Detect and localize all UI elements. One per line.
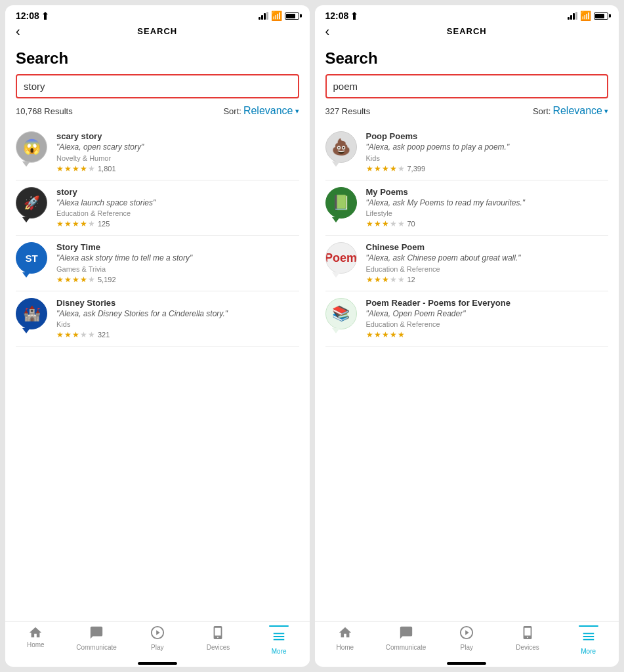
- right-skill-rating-4: ★ ★ ★ ★ ★: [366, 330, 609, 339]
- right-nav-active-line: [579, 625, 598, 627]
- left-nav-active-line: [269, 625, 289, 627]
- right-nav-home[interactable]: Home: [315, 625, 376, 655]
- left-sort-label: Sort:: [223, 106, 241, 116]
- right-home-indicator: [315, 663, 619, 667]
- right-sort-chevron-icon: ▾: [604, 107, 608, 116]
- right-skill-item-3[interactable]: Poem Chinese Poem "Alexa, ask Chinese po…: [325, 236, 609, 291]
- left-back-button[interactable]: ‹: [16, 24, 20, 39]
- right-skill-icon-2: 📗: [325, 187, 360, 219]
- right-skill-stars-1: ★ ★ ★ ★ ★: [366, 164, 405, 173]
- left-nav-communicate-label: Communicate: [76, 644, 117, 651]
- left-skill-count-2: 125: [98, 220, 110, 228]
- left-skill-count-3: 5,192: [98, 276, 116, 284]
- right-skill-count-1: 7,399: [407, 165, 426, 173]
- right-location-icon: [351, 12, 358, 20]
- left-nav-title: SEARCH: [137, 26, 177, 36]
- right-skill-tagline-1: "Alexa, ask poop poems to play a poem.": [366, 142, 609, 153]
- right-communicate-icon: [399, 625, 413, 642]
- right-skill-category-2: Lifestyle: [366, 209, 609, 217]
- right-skill-item-2[interactable]: 📗 My Poems "Alexa, ask My Poems to read …: [325, 180, 609, 236]
- left-skill-item-2[interactable]: 🚀 story "Alexa launch space stories" Edu…: [16, 180, 299, 236]
- right-home-icon: [338, 625, 352, 642]
- left-skill-stars-2: ★ ★ ★ ★ ★: [56, 219, 95, 228]
- left-skill-rating-3: ★ ★ ★ ★ ★ 5,192: [56, 275, 299, 284]
- right-skill-name-4: Poem Reader - Poems for Everyone: [366, 298, 609, 308]
- left-nav-communicate[interactable]: Communicate: [66, 625, 127, 655]
- left-page-title: Search: [16, 49, 299, 68]
- left-nav-devices-label: Devices: [207, 644, 230, 651]
- right-page-title: Search: [325, 49, 609, 68]
- right-skill-icon-1: 💩: [325, 131, 360, 163]
- right-status-time: 12:08: [325, 10, 349, 21]
- left-skill-stars-3: ★ ★ ★ ★ ★: [56, 275, 95, 284]
- right-skill-tagline-4: "Alexa, Open Poem Reader": [366, 309, 609, 320]
- right-search-input[interactable]: poem: [333, 81, 601, 92]
- right-skill-details-1: Poop Poems "Alexa, ask poop poems to pla…: [366, 131, 609, 173]
- right-main-content: Search poem 327 Results Sort: Relevance …: [315, 41, 619, 621]
- left-nav-devices[interactable]: Devices: [188, 625, 249, 655]
- left-bottom-nav: Home Communicate Play Devices: [5, 621, 310, 663]
- right-sort-value[interactable]: Relevance: [552, 105, 602, 117]
- right-nav-title: SEARCH: [447, 26, 487, 36]
- right-search-box[interactable]: poem: [325, 74, 609, 98]
- left-skill-details-2: story "Alexa launch space stories" Educa…: [56, 187, 299, 229]
- right-skill-item-4[interactable]: 📚 Poem Reader - Poems for Everyone "Alex…: [325, 291, 609, 347]
- location-icon: [42, 12, 49, 20]
- left-sort-control[interactable]: Sort: Relevance ▾: [223, 105, 299, 117]
- left-skill-category-4: Kids: [56, 320, 299, 328]
- right-sort-control[interactable]: Sort: Relevance ▾: [533, 105, 608, 117]
- right-more-icon: [581, 629, 596, 646]
- right-skill-list: 💩 Poop Poems "Alexa, ask poop poems to p…: [325, 125, 609, 613]
- right-nav-play[interactable]: Play: [436, 625, 497, 655]
- left-nav-play[interactable]: Play: [127, 625, 188, 655]
- right-nav-play-label: Play: [461, 644, 473, 651]
- right-results-count: 327 Results: [325, 106, 371, 116]
- right-skill-tagline-2: "Alexa, ask My Poems to read my favourit…: [366, 198, 609, 209]
- right-battery-icon: [594, 12, 608, 20]
- left-search-input[interactable]: story: [24, 81, 291, 92]
- left-skill-count-1: 1,801: [98, 165, 116, 173]
- right-nav-header: ‹ SEARCH: [315, 24, 619, 41]
- right-skill-rating-3: ★ ★ ★ ★ ★ 12: [366, 275, 609, 284]
- right-back-button[interactable]: ‹: [325, 24, 330, 39]
- right-wifi-icon: 📶: [580, 10, 591, 21]
- right-status-icons: 📶: [568, 10, 608, 21]
- left-skill-item-3[interactable]: ST Story Time "Alexa ask story time to t…: [16, 236, 299, 291]
- left-status-icons: 📶: [259, 10, 299, 21]
- right-skill-category-1: Kids: [366, 154, 609, 162]
- left-play-icon: [150, 625, 165, 642]
- left-skill-tagline-1: "Alexa, open scary story": [56, 142, 299, 153]
- right-nav-communicate[interactable]: Communicate: [375, 625, 436, 655]
- left-skill-details-1: scary story "Alexa, open scary story" No…: [56, 131, 299, 173]
- right-skill-details-2: My Poems "Alexa, ask My Poems to read my…: [366, 187, 609, 229]
- left-nav-header: ‹ SEARCH: [5, 24, 310, 41]
- left-skill-item-4[interactable]: 🏰 Disney Stories "Alexa, ask Disney Stor…: [16, 291, 299, 347]
- right-skill-category-4: Education & Reference: [366, 320, 609, 328]
- right-status-bar: 12:08 📶: [315, 5, 619, 24]
- right-nav-more-label: More: [581, 648, 596, 655]
- left-skill-icon-2: 🚀: [16, 187, 50, 219]
- left-nav-more[interactable]: More: [249, 625, 310, 655]
- left-skill-list: 😱 scary story "Alexa, open scary story" …: [16, 125, 299, 613]
- left-skill-rating-2: ★ ★ ★ ★ ★ 125: [56, 219, 299, 228]
- right-nav-more[interactable]: More: [558, 625, 619, 655]
- right-results-header: 327 Results Sort: Relevance ▾: [325, 105, 609, 117]
- svg-marker-3: [465, 630, 469, 635]
- left-search-box[interactable]: story: [16, 74, 299, 98]
- right-skill-name-1: Poop Poems: [366, 131, 609, 141]
- left-sort-value[interactable]: Relevance: [243, 105, 293, 117]
- right-skill-category-3: Education & Reference: [366, 265, 609, 273]
- right-nav-home-label: Home: [337, 644, 354, 651]
- left-nav-home[interactable]: Home: [5, 625, 66, 655]
- left-skill-details-4: Disney Stories "Alexa, ask Disney Storie…: [56, 298, 299, 340]
- right-skill-count-2: 70: [407, 220, 415, 228]
- right-skill-stars-2: ★ ★ ★ ★ ★: [366, 219, 405, 228]
- left-skill-tagline-3: "Alexa ask story time to tell me a story…: [56, 253, 299, 264]
- left-skill-item-1[interactable]: 😱 scary story "Alexa, open scary story" …: [16, 125, 299, 180]
- right-nav-devices[interactable]: Devices: [497, 625, 558, 655]
- right-skill-item-1[interactable]: 💩 Poop Poems "Alexa, ask poop poems to p…: [325, 125, 609, 180]
- battery-icon: [285, 12, 299, 20]
- left-nav-play-label: Play: [151, 644, 163, 651]
- right-skill-rating-1: ★ ★ ★ ★ ★ 7,399: [366, 164, 609, 173]
- right-phone-screen: 12:08 📶 ‹ SEARCH Sea: [315, 5, 619, 667]
